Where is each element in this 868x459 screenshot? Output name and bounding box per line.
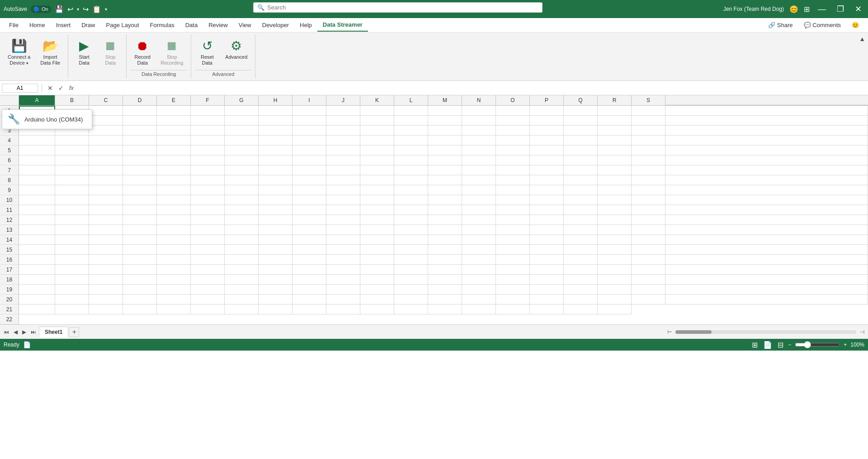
cell-B16[interactable] xyxy=(225,245,259,255)
cell-B21[interactable] xyxy=(55,295,89,304)
row-num-6[interactable]: 6 xyxy=(0,155,19,165)
cell-L11[interactable] xyxy=(55,205,89,215)
row-num-9[interactable]: 9 xyxy=(0,185,19,195)
cell-C18[interactable] xyxy=(191,265,225,275)
cell-P10[interactable] xyxy=(225,195,259,205)
cell-M12[interactable] xyxy=(55,215,89,225)
cell-I1[interactable] xyxy=(292,106,326,116)
cell-S21[interactable] xyxy=(632,295,665,304)
cell-Q1[interactable] xyxy=(564,106,598,116)
cell-J15[interactable] xyxy=(530,235,564,245)
cell-A6[interactable] xyxy=(530,145,564,155)
cell-O8[interactable] xyxy=(259,175,292,185)
menu-draw[interactable]: Draw xyxy=(76,19,100,31)
row-num-4[interactable]: 4 xyxy=(0,136,19,145)
col-header-M[interactable]: M xyxy=(428,95,462,105)
cell-P9[interactable] xyxy=(259,185,292,195)
cell-H21[interactable] xyxy=(259,295,292,304)
cell-R7[interactable] xyxy=(394,165,428,175)
cell-D22[interactable] xyxy=(89,304,123,314)
cell-K12[interactable] xyxy=(665,205,868,215)
confirm-formula-button[interactable]: ✓ xyxy=(57,84,66,93)
cell-A5[interactable] xyxy=(564,136,598,145)
autosave-toggle[interactable]: 🔵 On xyxy=(31,5,51,13)
row-num-11[interactable]: 11 xyxy=(0,205,19,215)
cell-M5[interactable] xyxy=(292,145,326,155)
cell-S22[interactable] xyxy=(598,304,632,314)
col-header-L[interactable]: L xyxy=(394,95,428,105)
cell-A17[interactable] xyxy=(157,255,191,265)
cell-D12[interactable] xyxy=(428,205,462,215)
cell-N3[interactable] xyxy=(394,126,428,136)
row-num-20[interactable]: 20 xyxy=(0,295,19,304)
reset-data-button[interactable]: ↺ ResetData xyxy=(195,36,219,68)
cell-O11[interactable] xyxy=(157,205,191,215)
cell-E16[interactable] xyxy=(326,245,360,255)
cell-Q3[interactable] xyxy=(496,126,530,136)
cell-G12[interactable] xyxy=(530,205,564,215)
cell-E10[interactable] xyxy=(530,185,564,195)
cell-L13[interactable] xyxy=(665,215,868,225)
cell-N5[interactable] xyxy=(326,145,360,155)
cell-H4[interactable] xyxy=(157,136,191,145)
cell-O5[interactable] xyxy=(360,145,394,155)
cell-P1[interactable] xyxy=(530,106,564,116)
cell-C14[interactable] xyxy=(326,225,360,235)
cell-S13[interactable] xyxy=(225,225,259,235)
cell-I19[interactable] xyxy=(360,275,394,285)
cell-J7[interactable] xyxy=(123,165,157,175)
cell-I10[interactable] xyxy=(665,185,868,195)
cell-E1[interactable] xyxy=(157,106,191,116)
cell-J10[interactable] xyxy=(19,195,55,205)
cell-P12[interactable] xyxy=(157,215,191,225)
cell-Q6[interactable] xyxy=(394,155,428,165)
close-button[interactable]: ✕ xyxy=(852,4,864,14)
cell-L7[interactable] xyxy=(191,165,225,175)
cell-M2[interactable] xyxy=(394,116,428,126)
col-header-Q[interactable]: Q xyxy=(564,95,598,105)
cell-D4[interactable] xyxy=(19,136,55,145)
menu-file[interactable]: File xyxy=(4,19,24,31)
cell-G20[interactable] xyxy=(259,285,292,295)
menu-developer[interactable]: Developer xyxy=(257,19,294,31)
cell-H20[interactable] xyxy=(292,285,326,295)
cell-J6[interactable] xyxy=(157,155,191,165)
cell-F20[interactable] xyxy=(225,285,259,295)
share-button[interactable]: 🔗 Share xyxy=(763,19,798,31)
cell-I6[interactable] xyxy=(123,155,157,165)
cell-G5[interactable] xyxy=(89,145,123,155)
cell-D20[interactable] xyxy=(157,285,191,295)
cell-F10[interactable] xyxy=(564,185,598,195)
cell-S3[interactable] xyxy=(564,126,598,136)
cell-H16[interactable] xyxy=(428,245,462,255)
zoom-plus[interactable]: + xyxy=(844,342,847,348)
cell-K4[interactable] xyxy=(259,136,292,145)
cell-M6[interactable] xyxy=(259,155,292,165)
cell-M20[interactable] xyxy=(462,285,496,295)
cell-F19[interactable] xyxy=(259,275,292,285)
cell-K18[interactable] xyxy=(462,265,496,275)
cell-S4[interactable] xyxy=(530,136,564,145)
cell-G15[interactable] xyxy=(428,235,462,245)
cell-R6[interactable] xyxy=(428,155,462,165)
cell-O10[interactable] xyxy=(191,195,225,205)
cell-D16[interactable] xyxy=(292,245,326,255)
cell-Q13[interactable] xyxy=(157,225,191,235)
layout-icon[interactable]: ⊞ xyxy=(804,5,810,14)
cell-J21[interactable] xyxy=(326,295,360,304)
cell-M10[interactable] xyxy=(123,195,157,205)
cell-R11[interactable] xyxy=(259,205,292,215)
cell-I17[interactable] xyxy=(428,255,462,265)
cell-B22[interactable] xyxy=(19,304,55,314)
cell-O17[interactable] xyxy=(632,255,665,265)
connect-device-button[interactable]: 💾 Connect aDevice ▾ xyxy=(4,36,34,68)
cell-E22[interactable] xyxy=(123,304,157,314)
cell-M3[interactable] xyxy=(360,126,394,136)
cell-M21[interactable] xyxy=(428,295,462,304)
cell-N1[interactable] xyxy=(462,106,496,116)
cell-H3[interactable] xyxy=(191,126,225,136)
cell-H10[interactable] xyxy=(632,185,665,195)
cell-D1[interactable] xyxy=(123,106,157,116)
cell-A13[interactable] xyxy=(292,215,326,225)
cell-L3[interactable] xyxy=(326,126,360,136)
